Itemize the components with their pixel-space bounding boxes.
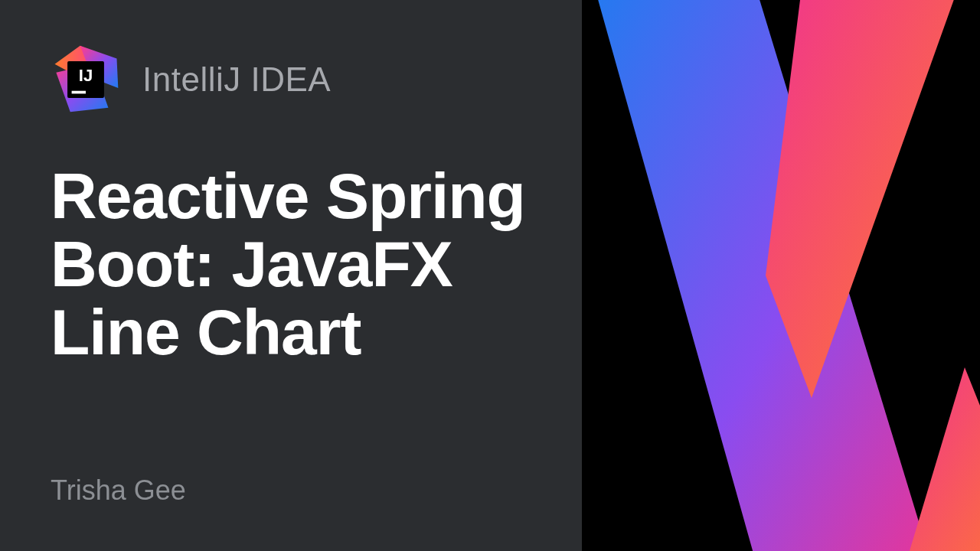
video-title: Reactive Spring Boot: JavaFX Line Chart <box>51 162 567 367</box>
content-panel: IJ IntelliJ IDEA Reactive Spring Boot: J… <box>0 0 590 551</box>
brand-row: IJ IntelliJ IDEA <box>51 44 567 115</box>
intellij-logo-icon: IJ <box>51 44 121 115</box>
svg-rect-8 <box>72 91 86 94</box>
decorative-art-panel <box>582 0 980 551</box>
svg-marker-1 <box>766 0 965 398</box>
svg-text:IJ: IJ <box>79 66 93 85</box>
author-name: Trisha Gee <box>51 474 567 507</box>
product-name: IntelliJ IDEA <box>142 60 331 99</box>
title-card: IJ IntelliJ IDEA Reactive Spring Boot: J… <box>0 0 980 551</box>
angular-gradient-shapes-icon <box>582 0 980 551</box>
